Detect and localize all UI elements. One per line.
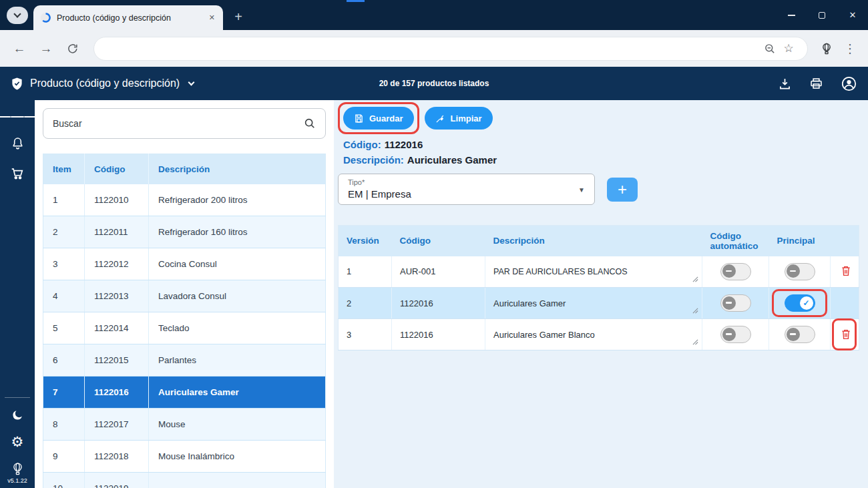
principal-toggle[interactable] bbox=[785, 326, 815, 343]
product-row[interactable]: 51122014Teclado bbox=[43, 312, 326, 344]
save-button[interactable]: Guardar bbox=[343, 107, 414, 130]
delete-version-button[interactable] bbox=[839, 326, 853, 342]
product-row-selected[interactable]: 71122016Auriculares Gamer bbox=[43, 377, 326, 409]
versions-header-row: Versión Código Descripción Código automá… bbox=[339, 226, 859, 256]
dropdown-caret-icon: ▼ bbox=[578, 186, 585, 193]
product-row[interactable]: 91122018Mouse Inalámbrico bbox=[43, 441, 326, 473]
codigo-automatico-toggle[interactable] bbox=[720, 326, 751, 343]
codigo-field: Código:1122016 bbox=[343, 139, 868, 150]
version-row: 3 1122016 Auriculares Gamer Blanco bbox=[339, 319, 859, 350]
app-header: Producto (código y descripción) 20 de 15… bbox=[0, 67, 868, 100]
notifications-bell-icon[interactable] bbox=[11, 136, 25, 150]
toggle-knob bbox=[787, 328, 800, 341]
toggle-knob bbox=[800, 296, 813, 310]
cart-icon[interactable] bbox=[10, 166, 25, 181]
minimize-icon bbox=[788, 15, 795, 16]
principal-toggle[interactable] bbox=[785, 294, 815, 312]
resize-handle-icon[interactable] bbox=[692, 274, 698, 284]
search-box bbox=[43, 108, 326, 139]
window-restore-button[interactable] bbox=[807, 0, 837, 30]
toggle-knob bbox=[722, 264, 736, 278]
download-button[interactable] bbox=[778, 77, 792, 91]
app-header-actions bbox=[778, 75, 857, 92]
descripcion-textarea[interactable]: PAR DE AURICULARES BLANCOS bbox=[485, 256, 702, 288]
action-buttons: Guardar Limpiar bbox=[343, 107, 868, 130]
status-text: 20 de 157 productos listados bbox=[379, 79, 489, 88]
app-title: Producto (código y descripción) bbox=[30, 77, 180, 89]
restore-icon bbox=[819, 12, 825, 19]
product-row[interactable]: 31122012Cocina Consul bbox=[43, 248, 326, 280]
col-descripcion: Descripción bbox=[149, 154, 326, 184]
forward-button[interactable]: → bbox=[35, 37, 57, 60]
zoom-icon[interactable] bbox=[761, 39, 779, 58]
delete-version-button[interactable] bbox=[839, 263, 853, 279]
sidebar-rail: ⚙ v5.1.22 bbox=[0, 100, 35, 488]
address-bar[interactable]: ☆ bbox=[93, 37, 808, 61]
resize-handle-icon[interactable] bbox=[692, 337, 698, 347]
bookmark-star-icon[interactable]: ☆ bbox=[779, 39, 798, 58]
trash-icon bbox=[840, 328, 852, 341]
sidebar-bottom-group: ⚙ v5.1.22 bbox=[5, 397, 30, 484]
toggle-knob bbox=[787, 264, 800, 278]
version-row: 2 1122016 Auriculares Gamer bbox=[339, 288, 859, 319]
new-tab-button[interactable]: + bbox=[228, 7, 248, 27]
app-version: v5.1.22 bbox=[7, 477, 27, 484]
product-row[interactable]: 61122015Parlantes bbox=[43, 344, 326, 377]
broom-icon bbox=[435, 113, 445, 124]
tab-search-button[interactable] bbox=[7, 7, 28, 24]
principal-toggle[interactable] bbox=[785, 263, 815, 280]
extension-icon[interactable] bbox=[817, 39, 836, 58]
browser-tab[interactable]: Producto (código y descripción ✕ bbox=[33, 5, 223, 30]
descripcion-textarea[interactable]: Auriculares Gamer Blanco bbox=[485, 319, 702, 350]
print-button[interactable] bbox=[809, 77, 823, 91]
tipo-label: Tipo* bbox=[348, 178, 365, 186]
browser-titlebar: Producto (código y descripción ✕ + ✕ bbox=[0, 0, 868, 30]
browser-menu-icon[interactable]: ⋮ bbox=[840, 41, 860, 56]
balloon-logo-icon[interactable] bbox=[11, 462, 25, 476]
settings-gear-icon[interactable]: ⚙ bbox=[11, 435, 24, 449]
reload-button[interactable] bbox=[61, 37, 84, 60]
col-item: Item bbox=[43, 154, 85, 184]
window-close-button[interactable]: ✕ bbox=[837, 0, 868, 30]
top-blue-mark bbox=[347, 0, 365, 2]
products-table: Item Código Descripción 11122010Refriger… bbox=[43, 154, 326, 488]
save-icon bbox=[354, 113, 364, 124]
page-content: ⚙ v5.1.22 Item bbox=[0, 100, 868, 488]
product-row[interactable]: 81122017Mouse bbox=[43, 409, 326, 441]
versions-table: Versión Código Descripción Código automá… bbox=[338, 225, 859, 350]
dark-mode-moon-icon[interactable] bbox=[11, 409, 24, 421]
version-row: 1 AUR-001 PAR DE AURICULARES BLANCOS bbox=[339, 256, 859, 288]
toggle-knob bbox=[722, 296, 736, 310]
chevron-down-icon bbox=[13, 10, 21, 17]
account-button[interactable] bbox=[841, 75, 857, 92]
window-minimize-button[interactable] bbox=[776, 0, 807, 30]
back-button[interactable]: ← bbox=[8, 37, 31, 60]
descripcion-field: Descripción:Auriculares Gamer bbox=[343, 154, 868, 166]
app-title-menu[interactable]: Producto (código y descripción) bbox=[11, 77, 194, 91]
product-row[interactable]: 11122010Refrigerador 200 litros bbox=[43, 184, 326, 216]
product-detail-panel: Guardar Limpiar Código:1122016 Descripci… bbox=[334, 100, 868, 488]
browser-window: Producto (código y descripción ✕ + ✕ ← →… bbox=[0, 0, 868, 488]
chevron-down-icon bbox=[188, 79, 195, 86]
search-input[interactable] bbox=[53, 118, 304, 129]
product-row[interactable]: 41122013Lavadora Consul bbox=[43, 280, 326, 312]
search-icon bbox=[304, 117, 316, 130]
product-list-panel: Item Código Descripción 11122010Refriger… bbox=[35, 100, 334, 488]
browser-toolbar: ← → ☆ ⋮ bbox=[0, 30, 868, 67]
descripcion-textarea[interactable]: Auriculares Gamer bbox=[485, 288, 702, 319]
shield-icon bbox=[11, 77, 23, 91]
product-row[interactable]: 21122011Refrigerador 160 litros bbox=[43, 216, 326, 248]
resize-handle-icon[interactable] bbox=[692, 306, 698, 316]
tipo-select[interactable]: Tipo* EM | Empresa ▼ bbox=[338, 174, 595, 205]
tab-title: Producto (código y descripción bbox=[57, 13, 202, 23]
col-codigo: Código bbox=[85, 154, 149, 184]
tab-favicon-icon bbox=[40, 12, 51, 23]
tipo-row: Tipo* EM | Empresa ▼ + bbox=[338, 174, 868, 205]
codigo-automatico-toggle[interactable] bbox=[720, 294, 751, 312]
add-version-button[interactable]: + bbox=[607, 178, 638, 202]
menu-icon[interactable] bbox=[0, 113, 37, 120]
product-row[interactable]: 101122019 bbox=[43, 473, 326, 488]
clear-button[interactable]: Limpiar bbox=[425, 107, 493, 130]
codigo-automatico-toggle[interactable] bbox=[720, 263, 751, 280]
tab-close-icon[interactable]: ✕ bbox=[208, 12, 216, 23]
